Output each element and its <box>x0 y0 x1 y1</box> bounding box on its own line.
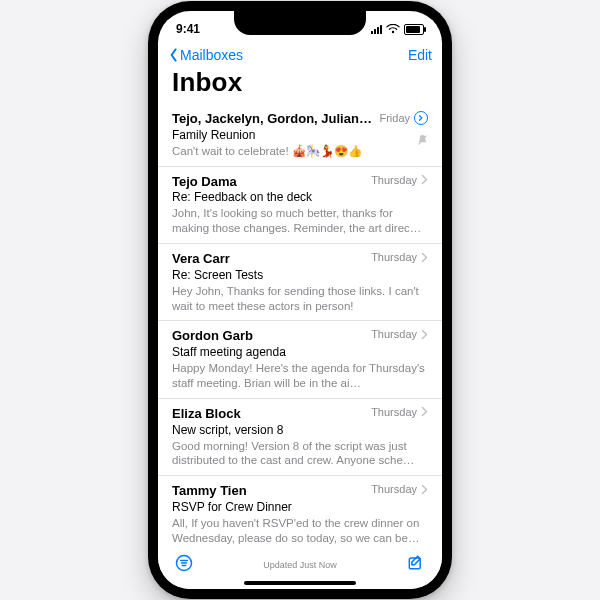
message-row[interactable]: Tammy TienThursdayRSVP for Crew DinnerAl… <box>158 475 442 546</box>
message-sender: Tejo Dama <box>172 174 365 190</box>
message-preview: Happy Monday! Here's the agenda for Thur… <box>172 361 428 391</box>
message-subject: Re: Screen Tests <box>172 268 428 283</box>
message-sender: Eliza Block <box>172 406 365 422</box>
message-sender: Vera Carr <box>172 251 365 267</box>
message-subject: Staff meeting agenda <box>172 345 428 360</box>
message-sender: Gordon Garb <box>172 328 365 344</box>
message-date: Thursday <box>371 406 417 418</box>
message-subject: RSVP for Crew Dinner <box>172 500 428 515</box>
message-row[interactable]: Eliza BlockThursdayNew script, version 8… <box>158 398 442 475</box>
screen: 9:41 Mailboxes Edit Inbox Tejo, Jackelyn… <box>158 11 442 589</box>
back-label: Mailboxes <box>180 47 243 63</box>
message-preview: Hey John, Thanks for sending those links… <box>172 284 428 314</box>
message-preview: John, It's looking so much better, thank… <box>172 206 428 236</box>
home-indicator[interactable] <box>244 581 356 585</box>
message-subject: Family Reunion <box>172 128 428 143</box>
chevron-right-icon <box>421 484 428 495</box>
chevron-right-icon <box>421 329 428 340</box>
cell-signal-icon <box>371 24 382 34</box>
compose-icon <box>406 553 426 573</box>
message-sender: Tejo, Jackelyn, Gordon, Juliana... <box>172 111 373 127</box>
thread-indicator-icon <box>414 111 428 125</box>
message-date: Thursday <box>371 328 417 340</box>
message-row[interactable]: Vera CarrThursdayRe: Screen TestsHey Joh… <box>158 243 442 320</box>
chevron-right-icon <box>421 174 428 185</box>
filter-icon <box>174 553 194 573</box>
status-time: 9:41 <box>176 22 200 36</box>
notch <box>234 11 366 35</box>
device-frame: 9:41 Mailboxes Edit Inbox Tejo, Jackelyn… <box>148 1 452 599</box>
message-date: Thursday <box>371 483 417 495</box>
battery-icon <box>404 24 424 35</box>
edit-button[interactable]: Edit <box>408 47 432 63</box>
nav-bar: Mailboxes Edit <box>158 47 442 65</box>
message-subject: Re: Feedback on the deck <box>172 190 428 205</box>
message-preview: All, If you haven't RSVP'ed to the crew … <box>172 516 428 546</box>
page-title: Inbox <box>158 65 442 104</box>
message-sender: Tammy Tien <box>172 483 365 499</box>
message-row[interactable]: Gordon GarbThursdayStaff meeting agendaH… <box>158 320 442 397</box>
message-date: Thursday <box>371 251 417 263</box>
message-list[interactable]: Tejo, Jackelyn, Gordon, Juliana...Friday… <box>158 104 442 546</box>
message-row[interactable]: Tejo, Jackelyn, Gordon, Juliana...Friday… <box>158 104 442 166</box>
filter-button[interactable] <box>174 553 194 577</box>
message-date: Friday <box>379 112 410 124</box>
muted-icon <box>417 132 428 150</box>
toolbar-status: Updated Just Now <box>158 560 442 570</box>
chevron-right-icon <box>421 252 428 263</box>
compose-button[interactable] <box>406 553 426 577</box>
message-preview: Can't wait to celebrate! 🎪🎠💃😍👍 <box>172 144 428 159</box>
message-row[interactable]: Tejo DamaThursdayRe: Feedback on the dec… <box>158 166 442 243</box>
message-subject: New script, version 8 <box>172 423 428 438</box>
message-date: Thursday <box>371 174 417 186</box>
message-preview: Good morning! Version 8 of the script wa… <box>172 439 428 469</box>
wifi-icon <box>386 24 400 34</box>
chevron-left-icon <box>168 47 180 63</box>
chevron-right-icon <box>421 406 428 417</box>
back-button[interactable]: Mailboxes <box>168 47 243 63</box>
